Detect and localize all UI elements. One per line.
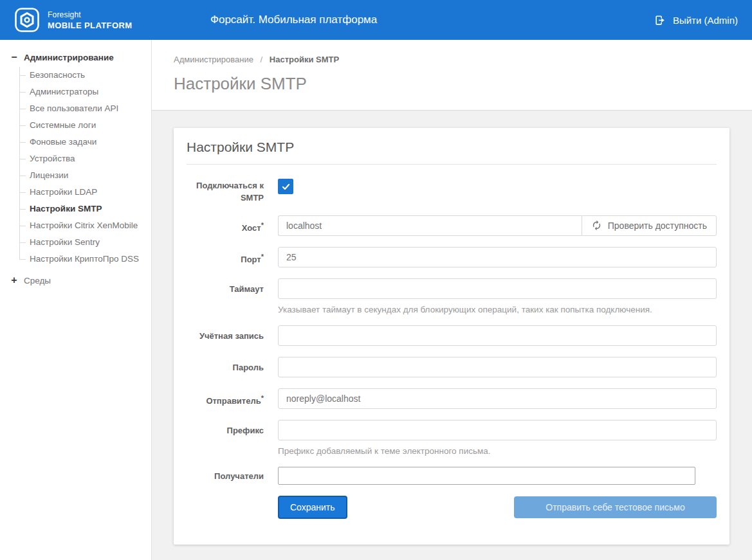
port-label: Порт*	[187, 247, 264, 266]
port-row: Порт*	[187, 247, 717, 267]
expand-plus-icon[interactable]: +	[10, 276, 18, 284]
account-row: Учётная запись	[187, 325, 717, 346]
prefix-input[interactable]	[278, 420, 717, 440]
refresh-icon	[591, 220, 602, 231]
recipients-input[interactable]	[278, 467, 695, 485]
sidebar-item-administrators[interactable]: Администраторы	[19, 84, 151, 100]
app-title: Форсайт. Мобильная платформа	[210, 14, 377, 26]
sidebar-tree: Безопасность Администраторы Все пользова…	[19, 67, 151, 267]
sidebar-item-security[interactable]: Безопасность	[19, 67, 151, 84]
collapse-minus-icon[interactable]: −	[10, 53, 18, 61]
sidebar-item-api-users[interactable]: Все пользователи API	[19, 100, 151, 117]
required-marker: *	[261, 394, 264, 402]
logo-line1: Foresight	[48, 10, 132, 19]
sidebar-item-system-logs[interactable]: Системные логи	[19, 117, 151, 134]
required-marker: *	[261, 253, 264, 260]
logout-button[interactable]: Выйти (Admin)	[654, 14, 738, 26]
breadcrumb-separator: /	[261, 55, 263, 64]
app-logo: Foresight MOBILE PLATFORM	[14, 7, 132, 33]
host-row: Хост* Проверить доступность	[187, 215, 717, 236]
app-header: Foresight MOBILE PLATFORM Форсайт. Мобил…	[0, 0, 752, 40]
page-topbar: Администрирование / Настройки SMTP Настр…	[152, 40, 752, 111]
required-marker: *	[261, 221, 264, 229]
connect-smtp-label: Подключаться к SMTP	[187, 179, 264, 204]
sidebar-section-label: Среды	[24, 276, 51, 285]
sidebar-item-devices[interactable]: Устройства	[19, 150, 151, 167]
sidebar-item-cryptopro-settings[interactable]: Настройки КриптоПро DSS	[19, 251, 151, 267]
prefix-row: Префикс Префикс добавляемый к теме элект…	[187, 420, 717, 456]
logout-label: Выйти (Admin)	[673, 15, 738, 26]
breadcrumb-current: Настройки SMTP	[270, 55, 339, 64]
content-area: Настройки SMTP Подключаться к SMTP Хос	[152, 111, 752, 560]
timeout-label: Таймаут	[187, 278, 264, 296]
save-button[interactable]: Сохранить	[278, 496, 347, 519]
sidebar-section-administration[interactable]: − Администрирование	[10, 50, 151, 64]
recipients-row: Получатели Сохранить Отправить себе тест…	[187, 467, 717, 519]
sidebar-item-citrix-settings[interactable]: Настройки Citrix XenMobile	[19, 217, 151, 234]
password-row: Пароль	[187, 357, 717, 377]
host-label: Хост*	[187, 215, 264, 235]
form-buttons: Сохранить Отправить себе тестовое письмо	[278, 496, 717, 519]
foresight-logo-icon	[14, 7, 40, 33]
recipients-label: Получатели	[187, 467, 264, 483]
timeout-input[interactable]	[278, 278, 717, 299]
sidebar-section-label: Администрирование	[24, 53, 114, 62]
send-test-email-button[interactable]: Отправить себе тестовое письмо	[514, 496, 717, 518]
connect-smtp-row: Подключаться к SMTP	[187, 179, 717, 204]
sidebar-nav: − Администрирование Безопасность Админис…	[0, 40, 152, 560]
sidebar-item-licenses[interactable]: Лицензии	[19, 167, 151, 184]
sender-label: Отправитель*	[187, 388, 264, 408]
password-input[interactable]	[278, 357, 717, 377]
prefix-label: Префикс	[187, 420, 264, 437]
host-input[interactable]	[278, 215, 582, 236]
breadcrumb-parent[interactable]: Администрирование	[174, 55, 253, 64]
logo-text: Foresight MOBILE PLATFORM	[48, 10, 132, 30]
sidebar-item-smtp-settings[interactable]: Настройки SMTP	[19, 201, 151, 217]
card-heading: Настройки SMTP	[187, 140, 717, 165]
sidebar-item-ldap-settings[interactable]: Настройки LDAP	[19, 184, 151, 201]
check-availability-label: Проверить доступность	[608, 221, 707, 231]
timeout-hint: Указывает таймаут в секундах для блокиру…	[278, 305, 717, 314]
sidebar-section-environments[interactable]: + Среды	[10, 273, 151, 287]
checkmark-icon	[281, 182, 291, 192]
sidebar-item-background-tasks[interactable]: Фоновые задачи	[19, 134, 151, 150]
logout-icon	[654, 14, 666, 26]
sender-input[interactable]	[278, 388, 717, 409]
sender-row: Отправитель*	[187, 388, 717, 409]
sidebar-item-sentry-settings[interactable]: Настройки Sentry	[19, 234, 151, 251]
check-availability-button[interactable]: Проверить доступность	[582, 215, 717, 236]
account-input[interactable]	[278, 325, 717, 346]
breadcrumb: Администрирование / Настройки SMTP	[174, 55, 752, 64]
timeout-row: Таймаут Указывает таймаут в секундах для…	[187, 278, 717, 314]
page-title: Настройки SMTP	[174, 74, 752, 94]
logo-line2: MOBILE PLATFORM	[48, 21, 132, 30]
connect-smtp-checkbox[interactable]	[278, 179, 293, 194]
account-label: Учётная запись	[187, 325, 264, 343]
prefix-hint: Префикс добавляемый к теме электронного …	[278, 446, 717, 456]
port-input[interactable]	[278, 247, 717, 267]
password-label: Пароль	[187, 357, 264, 374]
smtp-settings-card: Настройки SMTP Подключаться к SMTP Хос	[174, 128, 729, 545]
